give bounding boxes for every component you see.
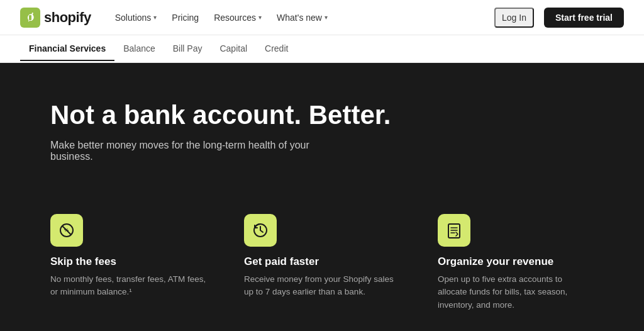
chevron-down-icon: ▾ [325,14,328,21]
no-fee-icon: % [50,214,83,247]
logo[interactable]: shopify [20,8,91,28]
start-free-trial-button[interactable]: Start free trial [544,8,624,28]
pricing-nav-item[interactable]: Pricing [165,9,205,26]
hero-subheading: Make better money moves for the long-ter… [50,140,352,162]
hero-heading: Not a bank account. Better. [50,101,594,130]
features-grid: % Skip the fees No monthly fees, transfe… [50,214,594,331]
subnav-bill-pay[interactable]: Bill Pay [164,37,211,61]
log-in-button[interactable]: Log In [494,8,534,28]
svg-rect-5 [448,224,460,238]
nav-links: Solutions ▾ Pricing Resources ▾ What's n… [109,9,494,26]
chevron-down-icon: ▾ [258,14,262,21]
sub-navigation: Financial Services Balance Bill Pay Capi… [0,35,644,63]
feature-title: Organize your revenue [438,255,594,268]
solutions-nav-item[interactable]: Solutions ▾ [109,9,164,26]
shopify-wordmark: shopify [44,9,91,26]
feature-title: Skip the fees [50,255,206,268]
subnav-credit[interactable]: Credit [256,37,297,61]
revenue-icon [438,214,470,247]
feature-desc: Open up to five extra accounts to alloca… [438,273,594,311]
feature-desc: No monthly fees, transfer fees, ATM fees… [50,273,206,299]
chevron-down-icon: ▾ [153,14,157,21]
nav-right-actions: Log In Start free trial [494,8,624,28]
feature-desc: Receive money from your Shopify sales up… [244,273,400,299]
subnav-financial-services[interactable]: Financial Services [20,37,114,61]
shopify-bag-icon [20,8,40,28]
top-navigation: shopify Solutions ▾ Pricing Resources ▾ … [0,0,644,35]
whats-new-nav-item[interactable]: What's new ▾ [270,9,334,26]
feature-skip-fees: % Skip the fees No monthly fees, transfe… [50,214,206,311]
feature-organize-revenue: Organize your revenue Open up to five ex… [438,214,594,311]
feature-title: Get paid faster [244,255,400,268]
subnav-balance[interactable]: Balance [114,37,164,61]
resources-nav-item[interactable]: Resources ▾ [208,9,268,26]
subnav-capital[interactable]: Capital [211,37,256,61]
svg-text:%: % [64,227,69,233]
features-section: % Skip the fees No monthly fees, transfe… [0,189,644,331]
clock-history-icon [244,214,277,247]
hero-section: Not a bank account. Better. Make better … [0,63,644,189]
feature-get-paid-faster: Get paid faster Receive money from your … [244,214,400,311]
svg-rect-0 [29,15,31,20]
